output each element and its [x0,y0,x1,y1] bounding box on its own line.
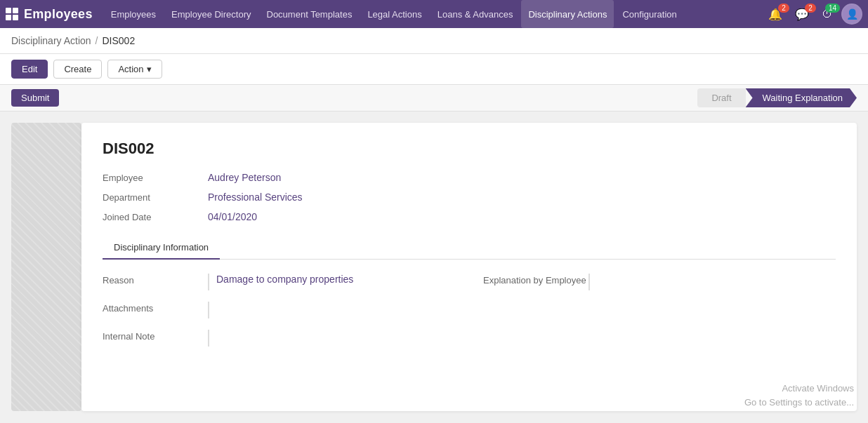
department-field-row: Department Professional Services [103,192,836,203]
nav-document-templates[interactable]: Document Templates [260,0,360,28]
breadcrumb: Disciplinary Action / DIS002 [0,28,868,54]
left-col: Reason Damage to company properties Atta… [103,274,455,358]
nav-loans-advances[interactable]: Loans & Advances [430,0,520,28]
chat-badge: 2 [805,4,816,13]
create-button[interactable]: Create [53,60,102,79]
employee-label: Employee [103,173,208,183]
reason-value[interactable]: Damage to company properties [208,274,455,290]
status-waiting-explanation[interactable]: Waiting Explanation [746,88,857,107]
explanation-field-row: Explanation by Employee [483,274,836,290]
status-bar: Submit Draft Waiting Explanation [0,85,868,112]
tab-two-col: Reason Damage to company properties Atta… [103,274,836,358]
nav-employee-directory[interactable]: Employee Directory [164,0,258,28]
left-sidebar [11,123,81,411]
clock-badge: 14 [825,4,840,13]
toolbar: Edit Create Action ▾ [0,54,868,85]
attachments-field-row: Attachments [103,302,455,318]
action-button[interactable]: Action ▾ [107,60,162,79]
joined-date-value: 04/01/2020 [208,211,257,222]
avatar[interactable]: 👤 [841,4,862,25]
chat-button[interactable]: 💬 2 [791,5,813,24]
app-name: Employees [24,7,93,22]
status-steps: Draft Waiting Explanation [697,88,857,107]
app-logo[interactable]: Employees [6,7,93,22]
explanation-label: Explanation by Employee [483,274,588,286]
watermark-line1: Activate Windows [744,382,854,396]
submit-button[interactable]: Submit [11,89,59,107]
grid-icon [6,8,18,20]
breadcrumb-parent[interactable]: Disciplinary Action [11,35,91,46]
employee-field-row: Employee Audrey Peterson [103,172,836,183]
topbar-right: 🔔 2 💬 2 ⏱ 14 👤 [764,4,862,25]
attachments-value[interactable] [208,302,455,318]
status-draft[interactable]: Draft [697,88,745,107]
attachments-label: Attachments [103,302,208,314]
breadcrumb-current: DIS002 [103,35,136,46]
topbar: Employees Employees Employee Directory D… [0,0,868,28]
tab-bar: Disciplinary Information [103,236,836,260]
bell-badge: 2 [778,4,789,13]
reason-label: Reason [103,274,208,286]
tab-content: Reason Damage to company properties Atta… [103,260,836,358]
breadcrumb-separator: / [96,35,98,46]
department-value[interactable]: Professional Services [208,192,303,203]
internal-note-label: Internal Note [103,330,208,342]
nav-configuration[interactable]: Configuration [615,0,683,28]
joined-date-field-row: Joined Date 04/01/2020 [103,211,836,222]
clock-button[interactable]: ⏱ 14 [817,5,837,23]
nav-employees[interactable]: Employees [104,0,163,28]
nav-disciplinary-actions[interactable]: Disciplinary Actions [521,0,614,28]
reason-field-row: Reason Damage to company properties [103,274,455,290]
edit-button[interactable]: Edit [11,60,48,79]
watermark: Activate Windows Go to Settings to activ… [744,382,854,409]
internal-note-value[interactable] [208,330,455,347]
watermark-line2: Go to Settings to activate... [744,396,854,410]
notifications-button[interactable]: 🔔 2 [764,5,787,24]
main-content: DIS002 Employee Audrey Peterson Departme… [0,112,868,422]
right-col: Explanation by Employee [483,274,836,358]
action-label: Action [118,64,143,74]
internal-note-field-row: Internal Note [103,330,455,347]
joined-date-label: Joined Date [103,212,208,222]
action-chevron-icon: ▾ [147,64,152,74]
form-card: DIS002 Employee Audrey Peterson Departme… [81,123,857,411]
explanation-value[interactable] [588,274,836,290]
department-label: Department [103,192,208,203]
tab-disciplinary-info[interactable]: Disciplinary Information [103,236,220,260]
employee-value[interactable]: Audrey Peterson [208,172,281,183]
record-title: DIS002 [103,140,836,158]
nav-legal-actions[interactable]: Legal Actions [360,0,428,28]
main-nav: Employees Employee Directory Document Te… [104,0,764,28]
